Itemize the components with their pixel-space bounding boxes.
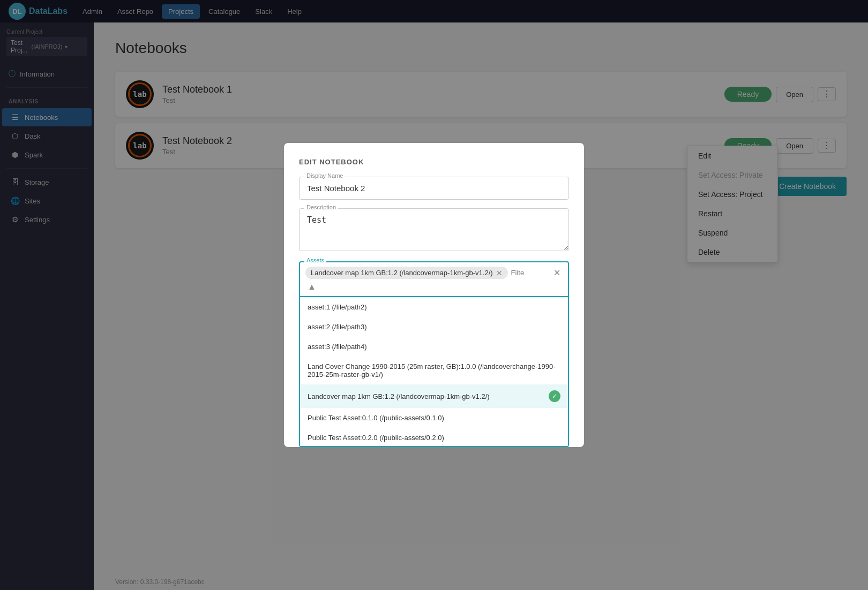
dropdown-item-5[interactable]: Public Test Asset:0.1.0 (/public-assets/… — [300, 408, 568, 428]
assets-clear-icon[interactable]: ✕ — [551, 268, 563, 278]
modal-overlay[interactable]: EDIT NOTEBOOK Display Name Description T… — [0, 0, 868, 590]
assets-filter-input[interactable] — [511, 269, 548, 277]
modal-title: EDIT NOTEBOOK — [299, 158, 569, 166]
dropdown-item-1[interactable]: asset:2 (/file/path3) — [300, 317, 568, 337]
assets-caret-icon[interactable]: ▲ — [305, 282, 318, 292]
description-label: Description — [304, 204, 338, 210]
description-textarea[interactable]: Test — [299, 208, 569, 251]
asset-tag-remove-icon[interactable]: ✕ — [496, 269, 503, 277]
selected-asset-label: Landcover map 1km GB:1.2 (/landcovermap-… — [311, 269, 493, 277]
dropdown-item-2[interactable]: asset:3 (/file/path4) — [300, 337, 568, 357]
assets-field: Assets Landcover map 1km GB:1.2 (/landco… — [299, 261, 569, 447]
dropdown-item-6[interactable]: Public Test Asset:0.2.0 (/public-assets/… — [300, 428, 568, 447]
dropdown-item-4[interactable]: Landcover map 1km GB:1.2 (/landcovermap-… — [300, 384, 568, 408]
assets-label: Assets — [304, 257, 326, 263]
check-icon: ✓ — [549, 390, 560, 402]
selected-asset-tag: Landcover map 1km GB:1.2 (/landcovermap-… — [305, 267, 508, 279]
display-name-field: Display Name — [299, 177, 569, 200]
display-name-label: Display Name — [304, 172, 345, 179]
assets-dropdown: asset:1 (/file/path2) asset:2 (/file/pat… — [299, 297, 569, 447]
assets-input-row[interactable]: Landcover map 1km GB:1.2 (/landcovermap-… — [299, 261, 569, 297]
display-name-input[interactable] — [299, 177, 569, 200]
dropdown-item-0[interactable]: asset:1 (/file/path2) — [300, 297, 568, 317]
dropdown-item-3[interactable]: Land Cover Change 1990-2015 (25m raster,… — [300, 357, 568, 384]
dropdown-item-4-label: Landcover map 1km GB:1.2 (/landcovermap-… — [308, 392, 490, 400]
description-field: Description Test — [299, 208, 569, 253]
edit-notebook-modal: EDIT NOTEBOOK Display Name Description T… — [284, 143, 584, 447]
